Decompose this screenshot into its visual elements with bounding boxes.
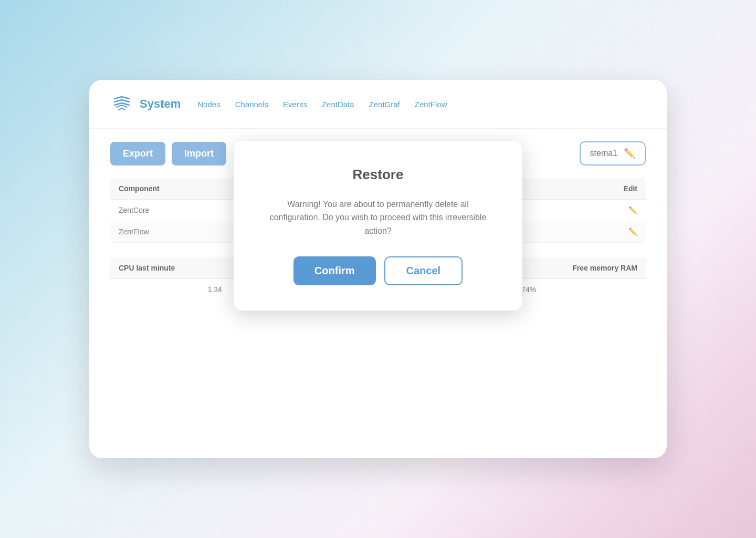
modal-actions: Confirm Cancel <box>263 256 493 285</box>
nav-links: Nodes Channels Events ZentData ZentGraf … <box>197 100 447 109</box>
nav-link-zentflow[interactable]: ZentFlow <box>415 100 447 109</box>
logo-icon <box>110 92 133 116</box>
cancel-button[interactable]: Cancel <box>384 256 463 285</box>
modal-body: Warning! You are about to permanently de… <box>263 198 493 238</box>
nav-link-zentdata[interactable]: ZentData <box>322 100 354 109</box>
main-content: Export Import stema1 ✏️ Component Dns Ed… <box>89 129 667 323</box>
app-card: System Nodes Channels Events ZentData Ze… <box>89 80 667 458</box>
app-title: System <box>140 97 181 111</box>
modal-overlay: Restore Warning! You are about to perman… <box>89 129 667 323</box>
confirm-button[interactable]: Confirm <box>293 256 376 285</box>
modal-dialog: Restore Warning! You are about to perman… <box>234 141 522 311</box>
nav-link-nodes[interactable]: Nodes <box>197 100 220 109</box>
nav-link-zentgraf[interactable]: ZentGraf <box>369 100 400 109</box>
nav-link-channels[interactable]: Channels <box>235 100 268 109</box>
modal-title: Restore <box>263 167 493 183</box>
logo-area: System <box>110 92 181 116</box>
nav-bar: System Nodes Channels Events ZentData Ze… <box>89 80 667 129</box>
nav-link-events[interactable]: Events <box>283 100 307 109</box>
